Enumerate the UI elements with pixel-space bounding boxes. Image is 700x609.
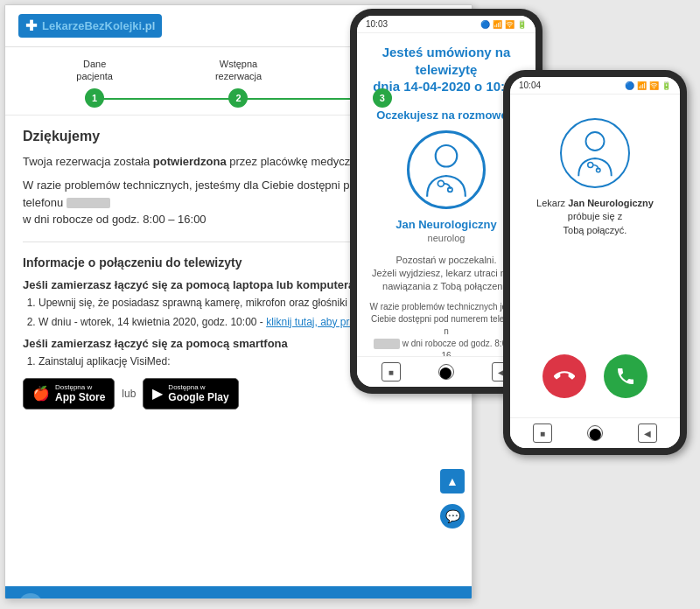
google-play-icon: ▶ xyxy=(152,385,163,402)
battery-icon: 🔋 xyxy=(517,20,527,29)
or-separator: lub xyxy=(122,388,136,400)
phone-decline-icon xyxy=(554,366,575,387)
phone-2-doctor-avatar xyxy=(560,118,630,188)
phone-2-content: Lekarz Jan Neurologiczny próbuje się zTo… xyxy=(510,94,680,417)
app-store-button[interactable]: 🍎 Dostępna w App Store xyxy=(23,378,115,410)
phone-1-appointment-title: Jesteś umówiony na telewizytędnia 14-04-… xyxy=(368,44,525,95)
apple-icon: 🍎 xyxy=(32,385,50,402)
logo-text: LekarzeBezKolejki.pl xyxy=(42,19,155,32)
google-play-button[interactable]: ▶ Dostępna w Google Play xyxy=(143,378,238,410)
doctor-avatar-small: JN xyxy=(18,593,43,599)
app-store-label-small: Dostępna w xyxy=(55,383,105,392)
phone-1-nav-square[interactable]: ■ xyxy=(382,362,401,382)
step-2: Wstępnarezerwacja 2 xyxy=(166,58,310,108)
doctor-bar: JN Jan Neurologiczny xyxy=(5,586,472,599)
step-3-circle: 3 xyxy=(373,88,392,108)
logo: ✚ LekarzeBezKolejki.pl xyxy=(18,14,162,38)
phone-2-nav-circle[interactable]: ⬤ xyxy=(587,425,603,441)
step-1: Danepacjenta 1 xyxy=(23,58,166,108)
signal-icon: 📶 xyxy=(493,20,502,29)
phone-1-nav-circle[interactable]: ⬤ xyxy=(438,364,454,380)
svg-point-5 xyxy=(597,168,601,172)
phone-2-nav: ■ ⬤ ◀ xyxy=(510,417,680,448)
step-2-circle: 2 xyxy=(228,88,248,108)
svg-point-3 xyxy=(586,132,605,150)
phone-2-call-actions xyxy=(542,354,648,407)
svg-point-1 xyxy=(438,180,444,186)
svg-point-2 xyxy=(448,187,452,192)
app-store-label-large: App Store xyxy=(55,391,105,403)
phone-1-time: 10:03 xyxy=(366,19,388,29)
phone-1-specialty: neurolog xyxy=(368,233,525,243)
google-play-label-small: Dostępna w xyxy=(168,383,228,392)
doctor-svg xyxy=(416,139,477,200)
phone-1-status-bar: 10:03 🔵 📶 🛜 🔋 xyxy=(357,16,536,33)
svg-point-4 xyxy=(588,163,593,168)
bluetooth-icon: 🔵 xyxy=(480,20,490,29)
phone-1-waiting-text: Oczekujesz na rozmowę z xyxy=(368,108,525,122)
phone-1-technical-text: W razie problemów technicznych jestesCie… xyxy=(368,301,525,356)
phone-2-calling-text: Lekarz Jan Neurologiczny próbuje się zTo… xyxy=(521,197,669,237)
step-1-label: Danepacjenta xyxy=(76,58,113,83)
logo-cross-icon: ✚ xyxy=(25,18,37,34)
phone-2-doctor-svg xyxy=(569,127,621,179)
step-2-label: Wstępnarezerwacja xyxy=(215,58,262,83)
phone-mockup-2: 10:04 🔵 📶 🛜 🔋 Lekarz Jan Neur xyxy=(503,70,687,455)
phone-2-time: 10:04 xyxy=(519,80,541,90)
phone-2-bluetooth-icon: 🔵 xyxy=(625,81,634,90)
doctor-bar-name: Jan Neurologiczny xyxy=(50,598,144,599)
phone-2-nav-back[interactable]: ◀ xyxy=(638,424,657,443)
phone-screen-2: 10:04 🔵 📶 🛜 🔋 Lekarz Jan Neur xyxy=(510,77,680,448)
phone-2-decline-button[interactable] xyxy=(542,354,586,398)
wifi-icon: 🛜 xyxy=(505,20,514,29)
phone-1-doctor-avatar xyxy=(407,130,486,209)
phone-1-doctor-name: Jan Neurologiczny xyxy=(368,218,525,231)
phone-2-nav-square[interactable]: ■ xyxy=(533,424,552,443)
phone-1-status-icons: 🔵 📶 🛜 🔋 xyxy=(480,20,527,29)
step-1-circle: 1 xyxy=(85,88,104,108)
phone-2-wifi-icon: 🛜 xyxy=(649,81,659,90)
chat-button[interactable]: 💬 xyxy=(440,504,465,528)
phone-2-status-icons: 🔵 📶 🛜 🔋 xyxy=(625,81,671,90)
phone-2-accept-button[interactable] xyxy=(604,354,648,398)
phone-2-status-bar: 10:04 🔵 📶 🛜 🔋 xyxy=(510,77,680,94)
scroll-up-button[interactable]: ▲ xyxy=(440,469,465,494)
phone-accept-icon xyxy=(615,366,636,387)
google-play-label-large: Google Play xyxy=(168,391,228,403)
phone-1-waiting-room-text: Pozostań w poczekalni.Jeżeli wyjdziesz, … xyxy=(368,254,525,294)
svg-point-0 xyxy=(436,145,458,167)
phone-2-signal-icon: 📶 xyxy=(637,81,647,90)
phone-2-battery-icon: 🔋 xyxy=(662,81,671,90)
